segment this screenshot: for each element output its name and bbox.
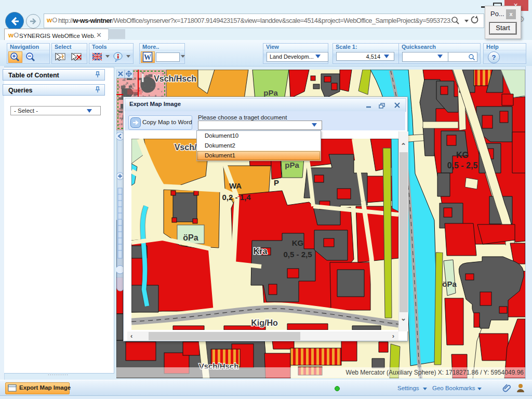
svg-text:KG: KG (292, 238, 304, 247)
svg-text:P: P (274, 178, 279, 187)
svg-text:KG: KG (456, 151, 469, 159)
svg-text:pPa: pPa (285, 161, 299, 169)
svg-text:öPa: öPa (442, 280, 457, 288)
svg-text:0,2 - 1,4: 0,2 - 1,4 (222, 193, 251, 202)
svg-text:Kig/Ho: Kig/Ho (251, 318, 278, 327)
svg-text:0,5 - 2,5: 0,5 - 2,5 (283, 250, 312, 259)
svg-text:pPa: pPa (263, 88, 278, 97)
svg-text:Kra: Kra (254, 247, 268, 256)
svg-text:W: W (144, 54, 151, 61)
svg-text:0,5 - 2,5: 0,5 - 2,5 (447, 161, 478, 170)
svg-text:Vsch/: Vsch/ (175, 143, 197, 152)
svg-text:Vsch/Hsch: Vsch/Hsch (154, 74, 196, 83)
svg-text:WA: WA (229, 181, 242, 190)
svg-text:öPa: öPa (183, 233, 198, 242)
